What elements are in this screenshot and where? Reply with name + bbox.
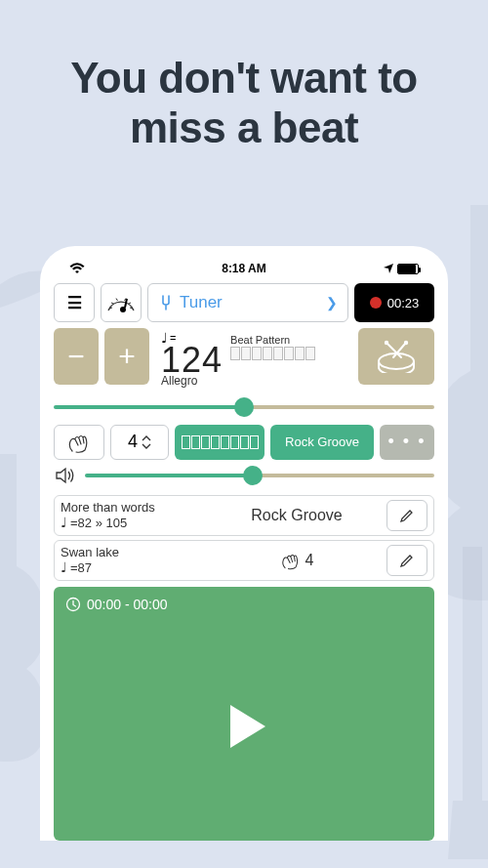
phone-frame: 8:18 AM ☰ Tuner ❯ 00:23 <box>40 246 448 841</box>
drum-icon <box>374 340 419 373</box>
song-title: Swan lake <box>61 545 207 559</box>
edit-song-button[interactable] <box>386 545 427 576</box>
tempo-minus-button[interactable]: − <box>54 328 99 385</box>
song-item[interactable]: Swan lake ♩=87 4 <box>54 540 434 581</box>
clap-icon <box>66 432 92 453</box>
play-icon <box>209 691 279 762</box>
more-button[interactable]: • • • <box>380 425 434 460</box>
tuning-fork-icon <box>158 295 174 310</box>
song-title: More than words <box>61 500 207 515</box>
more-icon: • • • <box>388 432 427 452</box>
clap-icon <box>280 551 302 570</box>
status-time: 8:18 AM <box>222 262 266 275</box>
bg-oboe <box>443 547 488 859</box>
svg-rect-0 <box>463 547 482 801</box>
svg-line-5 <box>128 303 131 305</box>
play-button[interactable] <box>209 691 279 765</box>
svg-point-11 <box>385 341 388 345</box>
song-groove: Rock Groove <box>213 507 381 524</box>
svg-line-2 <box>111 303 114 305</box>
tempo-slider[interactable] <box>54 397 434 417</box>
song-tempo: ♩=82 » 105 <box>61 515 207 530</box>
battery-icon <box>397 264 419 274</box>
chevron-right-icon: ❯ <box>326 295 338 310</box>
location-icon <box>384 264 393 273</box>
metronome-mode-button[interactable] <box>101 283 142 322</box>
tempo-name: Allegro <box>161 374 223 388</box>
groove-label: Rock Groove <box>285 434 359 449</box>
plus-glyph: + <box>118 340 136 373</box>
clock-icon <box>65 597 81 612</box>
drum-kit-button[interactable] <box>358 328 434 385</box>
pencil-icon <box>399 553 415 568</box>
tuner-label: Tuner <box>180 293 223 312</box>
svg-point-12 <box>404 341 408 345</box>
groove-button[interactable]: Rock Groove <box>270 425 374 460</box>
svg-line-3 <box>116 299 118 302</box>
record-time: 00:23 <box>387 296 420 310</box>
song-hand-count: 4 <box>213 551 381 570</box>
menu-icon: ☰ <box>67 293 82 313</box>
song-item[interactable]: More than words ♩=82 » 105 Rock Groove <box>54 495 434 536</box>
player-time: 00:00 - 00:00 <box>65 597 423 612</box>
volume-slider[interactable] <box>85 466 434 485</box>
pencil-icon <box>399 508 415 523</box>
beat-pattern-label: Beat Pattern <box>230 334 315 346</box>
tuner-button[interactable]: Tuner ❯ <box>147 283 348 322</box>
promo-headline: You don't want to miss a beat <box>0 0 488 186</box>
stepper-icon <box>142 434 151 450</box>
pattern-button[interactable] <box>175 425 264 460</box>
bpm-value: 124 <box>161 346 223 376</box>
volume-icon <box>54 464 77 487</box>
player-panel: 00:00 - 00:00 <box>54 587 434 841</box>
svg-point-8 <box>379 353 414 369</box>
tempo-plus-button[interactable]: + <box>104 328 149 385</box>
menu-button[interactable]: ☰ <box>54 283 95 322</box>
time-signature-button[interactable]: 4 <box>110 425 169 460</box>
status-bar: 8:18 AM <box>54 258 434 283</box>
record-button[interactable]: 00:23 <box>354 283 434 322</box>
wifi-icon <box>69 263 85 274</box>
time-signature-value: 4 <box>128 432 138 452</box>
beat-pattern-grid <box>230 347 315 360</box>
tempo-display[interactable]: ♩= 124 Allegro Beat Pattern <box>155 328 352 388</box>
hand-mode-button[interactable] <box>54 425 104 460</box>
gauge-icon <box>105 292 137 313</box>
song-tempo: ♩=87 <box>61 559 207 575</box>
edit-song-button[interactable] <box>386 500 427 531</box>
record-icon <box>370 297 382 309</box>
minus-glyph: − <box>67 340 85 373</box>
